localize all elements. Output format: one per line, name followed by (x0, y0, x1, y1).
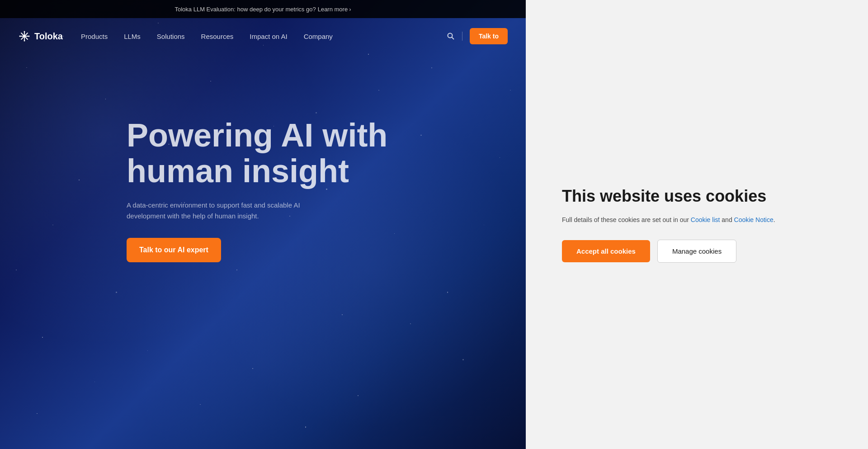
particle (210, 81, 211, 82)
accept-cookies-button[interactable]: Accept all cookies (562, 240, 650, 262)
nav-actions: Talk to (447, 28, 508, 44)
particle (394, 233, 395, 234)
particle (378, 90, 379, 90)
particle (26, 67, 27, 68)
nav-divider (462, 32, 462, 41)
cookie-description: Full details of these cookies are set ou… (562, 215, 775, 225)
particle (358, 395, 359, 396)
particle (200, 404, 201, 405)
logo-link[interactable]: Toloka (18, 30, 63, 43)
cookie-notice-link[interactable]: Cookie Notice (734, 216, 774, 223)
nav-solutions[interactable]: Solutions (157, 33, 185, 40)
particle (147, 350, 148, 351)
particle (500, 157, 500, 158)
hero-subtitle: A data-centric environment to support fa… (127, 200, 316, 222)
cookie-title: This website uses cookies (562, 186, 766, 206)
cookie-list-link[interactable]: Cookie list (691, 216, 720, 223)
nav-llms[interactable]: LLMs (124, 33, 141, 40)
svg-point-6 (24, 40, 25, 42)
particle (94, 382, 95, 382)
svg-point-7 (19, 36, 21, 37)
manage-cookies-button[interactable]: Manage cookies (657, 240, 736, 263)
cookie-buttons: Accept all cookies Manage cookies (562, 240, 736, 263)
particle (316, 112, 317, 113)
particle (79, 180, 79, 180)
particle (484, 225, 484, 225)
svg-point-5 (24, 31, 25, 33)
cookie-panel: This website uses cookies Full details o… (526, 0, 868, 449)
hero-content: Powering AI with human insight A data-ce… (127, 118, 387, 262)
particle (37, 413, 37, 414)
particle (42, 337, 43, 338)
particle (510, 90, 511, 91)
hero-cta-button[interactable]: Talk to our AI expert (127, 238, 221, 262)
announcement-bar: Toloka LLM Evaluation: how deep do your … (0, 0, 526, 18)
toloka-logo-icon (18, 30, 31, 43)
svg-line-10 (452, 38, 454, 40)
particle (52, 225, 53, 226)
particle (105, 99, 106, 99)
svg-point-9 (448, 33, 452, 38)
particle (305, 426, 307, 428)
hero-section: Toloka LLM Evaluation: how deep do your … (0, 0, 526, 449)
particle (462, 359, 464, 360)
nav-products[interactable]: Products (81, 33, 108, 40)
particle (342, 314, 343, 315)
logo-text: Toloka (34, 31, 63, 42)
hero-title: Powering AI with human insight (127, 118, 387, 189)
svg-point-8 (28, 36, 30, 37)
particle (447, 292, 448, 293)
nav-company[interactable]: Company (304, 33, 333, 40)
search-icon (447, 32, 455, 40)
nav-impact-on-ai[interactable]: Impact on AI (250, 33, 287, 40)
particle (431, 67, 432, 68)
nav-talk-button[interactable]: Talk to (470, 28, 508, 44)
nav-resources[interactable]: Resources (201, 33, 234, 40)
announcement-text: Toloka LLM Evaluation: how deep do your … (175, 6, 316, 13)
navbar: Toloka Products LLMs Solutions Resources… (0, 18, 526, 54)
particle (410, 323, 411, 324)
particle (420, 135, 421, 136)
learn-more-link[interactable]: Learn more › (318, 6, 351, 13)
particle (16, 269, 17, 270)
search-button[interactable] (447, 32, 455, 40)
nav-links: Products LLMs Solutions Resources Impact… (81, 33, 447, 40)
particle (236, 269, 237, 270)
particle (116, 292, 117, 293)
particle (252, 368, 253, 369)
